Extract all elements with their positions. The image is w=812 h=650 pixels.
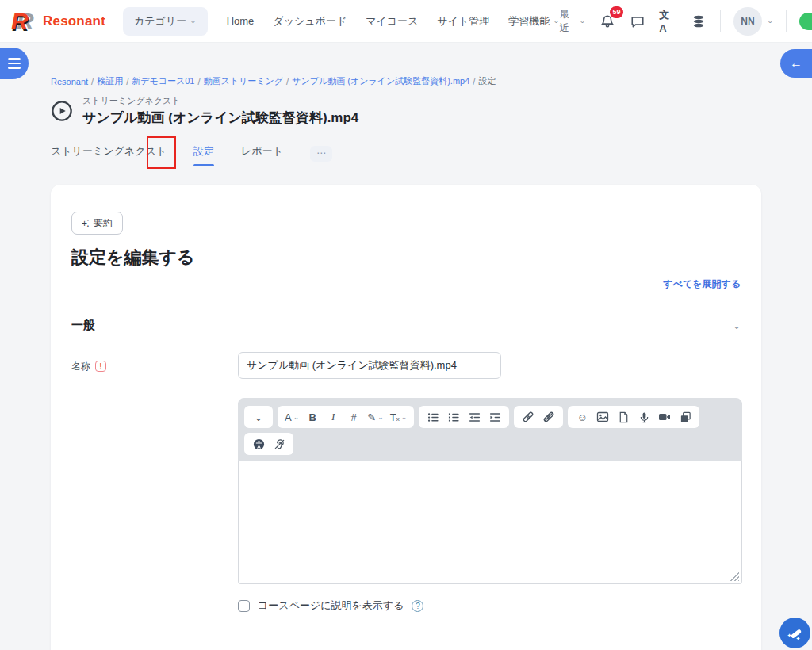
nav-item-learning-features[interactable]: 学習機能 ⌄	[508, 14, 559, 29]
divider	[720, 10, 721, 32]
nav-item-categories[interactable]: カテゴリー ⌄	[123, 7, 208, 36]
breadcrumb-link[interactable]: 動画ストリーミング	[204, 75, 284, 87]
editor-toolbar: ⌄ A⌄ B I # ✎⌄ Tx⌄	[238, 398, 742, 461]
chevron-down-icon: ⌄	[767, 17, 773, 25]
ear-icon	[274, 438, 285, 450]
tab-report[interactable]: レポート	[241, 140, 283, 170]
open-drawer-button[interactable]	[0, 48, 29, 79]
outdent-button[interactable]	[465, 408, 484, 426]
nav-item-dashboard[interactable]: ダッシュボード	[273, 14, 347, 29]
emoji-button[interactable]: ☺	[573, 408, 592, 426]
notification-count-badge: 59	[610, 6, 623, 18]
recent-dropdown[interactable]: 最近 ⌄	[560, 8, 586, 35]
sparkles-icon: +⁚	[82, 218, 89, 229]
nav-item-my-courses[interactable]: マイコース	[366, 14, 418, 29]
chevron-down-icon: ⌄	[733, 320, 741, 331]
page-title: サンプル動画 (オンライン試験監督資料).mp4	[82, 109, 358, 127]
show-description-label: コースページに説明を表示する	[258, 598, 404, 613]
tab-bar: ストリーミングネクスト 設定 レポート ⋯	[51, 140, 761, 170]
primary-nav: カテゴリー ⌄ Home ダッシュボード マイコース サイト管理 学習機能 ⌄	[123, 7, 560, 36]
list-ol-icon	[448, 411, 460, 423]
notifications-bell-icon[interactable]: 59	[599, 12, 616, 31]
brand-name: Resonant	[43, 13, 105, 29]
bold-button[interactable]: B	[303, 408, 322, 426]
microphone-icon	[638, 411, 650, 423]
chevron-down-icon: ⌄	[553, 17, 559, 25]
avatar: NN	[733, 7, 762, 36]
unordered-list-button[interactable]	[423, 408, 442, 426]
form-heading: 設定を編集する	[71, 246, 741, 270]
description-field-row: ⌄ A⌄ B I # ✎⌄ Tx⌄	[71, 398, 741, 613]
help-icon[interactable]: ?	[412, 600, 423, 612]
tab-settings[interactable]: 設定	[193, 140, 214, 170]
video-camera-icon	[658, 411, 671, 423]
magic-wand-icon: ✦ ✦	[787, 625, 803, 641]
record-audio-button[interactable]	[634, 408, 653, 426]
link-button[interactable]	[519, 408, 538, 426]
menu-icon	[8, 58, 21, 68]
settings-form-card: +⁚ 要約 設定を編集する すべてを展開する 一般 ⌄ 名称 !	[51, 185, 761, 650]
accessibility-checker-button[interactable]	[249, 435, 268, 453]
description-textarea[interactable]	[238, 461, 742, 584]
top-navbar: RR Resonant カテゴリー ⌄ Home ダッシュボード マイコース サ…	[0, 0, 812, 43]
indent-button[interactable]	[485, 408, 504, 426]
chat-bubble-icon	[630, 14, 645, 29]
nav-item-site-admin[interactable]: サイト管理	[437, 14, 489, 29]
arrow-left-icon: ←	[790, 56, 802, 71]
toolbar-collapse-button[interactable]: ⌄	[249, 408, 268, 426]
pen-highlight-button[interactable]: ✎⌄	[365, 408, 385, 426]
expand-all-link[interactable]: すべてを展開する	[71, 277, 741, 291]
nav-item-home[interactable]: Home	[227, 15, 255, 27]
description-editor: ⌄ A⌄ B I # ✎⌄ Tx⌄	[238, 398, 742, 584]
ai-assistant-button[interactable]: ✦ ✦	[779, 618, 810, 648]
brand-r-mark-icon: RR	[11, 8, 36, 35]
insert-image-button[interactable]	[593, 408, 612, 426]
screenreader-helper-button[interactable]	[270, 435, 289, 453]
ai-summary-button[interactable]: +⁚ 要約	[71, 212, 123, 235]
list-ul-icon	[427, 411, 439, 423]
name-input[interactable]	[238, 352, 501, 379]
link-icon	[522, 411, 534, 423]
breadcrumb-link[interactable]: サンプル動画 (オンライン試験監督資料).mp4	[292, 75, 469, 87]
open-right-drawer-button[interactable]: ←	[780, 49, 812, 78]
resize-grip[interactable]	[730, 572, 739, 581]
database-stack-icon	[691, 14, 706, 29]
language-icon[interactable]: 文A	[659, 12, 676, 31]
messages-icon[interactable]	[629, 12, 646, 31]
manage-files-button[interactable]	[676, 408, 695, 426]
breadcrumb-link[interactable]: 検証用	[97, 75, 123, 87]
brand-logo[interactable]: RR Resonant	[11, 8, 105, 35]
show-description-row: コースページに説明を表示する ?	[238, 598, 742, 613]
show-description-checkbox[interactable]	[238, 600, 250, 612]
chevron-down-icon: ⌄	[579, 17, 585, 25]
stack-icon[interactable]	[690, 12, 707, 31]
font-style-button[interactable]: A⌄	[282, 408, 301, 426]
activity-header: ストリーミングネクスト サンプル動画 (オンライン試験監督資料).mp4	[51, 95, 761, 127]
outdent-icon	[469, 411, 481, 423]
record-video-button[interactable]	[655, 408, 674, 426]
divider	[786, 10, 787, 32]
hash-button[interactable]: #	[344, 408, 363, 426]
indent-icon	[489, 411, 501, 423]
italic-button[interactable]: I	[324, 408, 343, 426]
user-menu[interactable]: NN ⌄	[733, 7, 773, 36]
chevron-down-icon: ⌄	[190, 17, 196, 25]
unlink-button[interactable]	[539, 408, 558, 426]
breadcrumb-current: 設定	[478, 75, 496, 87]
breadcrumb-link[interactable]: Resonant	[51, 77, 88, 86]
module-type-label: ストリーミングネクスト	[82, 95, 358, 107]
manage-files-icon	[680, 411, 691, 423]
breadcrumb: Resonant/ 検証用/ 新デモコース01/ 動画ストリーミング/ サンプル…	[51, 75, 761, 87]
ordered-list-button[interactable]	[444, 408, 463, 426]
section-general-title: 一般	[71, 318, 95, 333]
accessibility-icon	[253, 438, 265, 450]
name-field-label: 名称	[71, 360, 90, 373]
tab-streamingnext[interactable]: ストリーミングネクスト	[51, 140, 167, 170]
section-general[interactable]: 一般 ⌄	[71, 318, 741, 333]
breadcrumb-link[interactable]: 新デモコース01	[132, 75, 194, 87]
unlink-icon	[542, 411, 555, 423]
clear-format-button[interactable]: Tx⌄	[388, 408, 410, 426]
insert-file-button[interactable]	[614, 408, 633, 426]
tab-more[interactable]: ⋯	[310, 146, 332, 162]
edit-mode-toggle[interactable]	[799, 13, 812, 30]
